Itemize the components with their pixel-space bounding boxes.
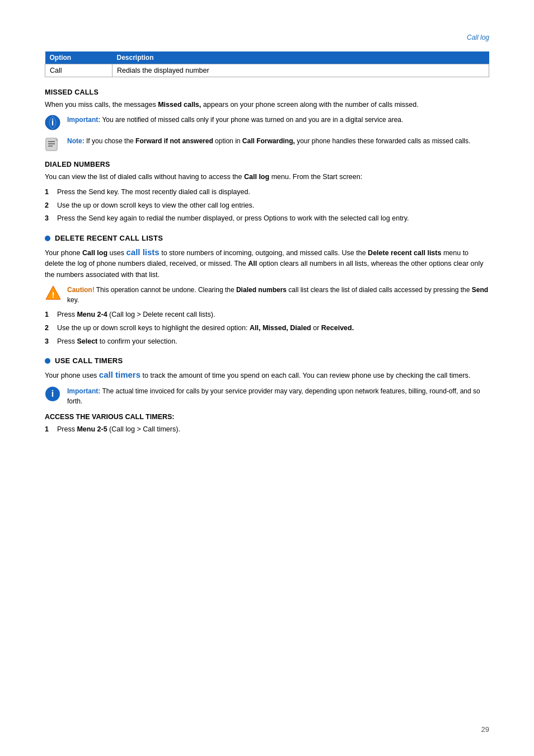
svg-rect-4 — [46, 138, 57, 151]
missed-calls-note-text: Note: If you chose the Forward if not an… — [67, 136, 470, 146]
step-text: Press Menu 2-5 (Call log > Call timers). — [57, 424, 180, 435]
step-number: 2 — [45, 200, 53, 211]
table-cell-option: Call — [45, 64, 113, 77]
list-item: 2Use the up or down scroll keys to highl… — [45, 323, 489, 334]
page-header: Call log — [45, 34, 489, 41]
bullet-dot-delete — [45, 236, 50, 241]
list-item: 3Press Select to confirm your selection. — [45, 336, 489, 347]
use-call-timers-body: Your phone uses call timers to track the… — [45, 368, 489, 381]
access-heading: ACCESS THE VARIOUS CALL TIMERS: — [45, 413, 489, 421]
step-text: Use the up or down scroll keys to view t… — [57, 200, 254, 211]
table-cell-description: Redials the displayed number — [113, 64, 489, 77]
list-item: 3Press the Send key again to redial the … — [45, 213, 489, 224]
list-item: 1Press Menu 2-4 (Call log > Delete recen… — [45, 309, 489, 320]
delete-recent-caution-text: Caution! This operation cannot be undone… — [67, 285, 489, 305]
svg-text:i: i — [51, 389, 54, 398]
missed-calls-heading: MISSED CALLS — [45, 88, 489, 96]
use-call-timers-heading: USE CALL TIMERS — [45, 356, 489, 365]
delete-recent-body: Your phone Call log uses call lists to s… — [45, 246, 489, 280]
step-text: Press the Send key. The most recently di… — [57, 187, 250, 198]
svg-text:!: ! — [52, 290, 55, 299]
step-text: Press the Send key again to redial the n… — [57, 213, 409, 224]
dialed-numbers-heading: DIALED NUMBERS — [45, 161, 489, 168]
step-number: 1 — [45, 424, 53, 435]
svg-text:i: i — [51, 118, 54, 127]
missed-calls-important-box: i Important: You are notified of missed … — [45, 115, 489, 132]
missed-calls-body: When you miss calls, the messages Missed… — [45, 100, 489, 110]
note-icon — [45, 136, 62, 153]
delete-recent-list: 1Press Menu 2-4 (Call log > Delete recen… — [45, 309, 489, 346]
step-text: Press Select to confirm your selection. — [57, 336, 177, 347]
list-item: 2Use the up or down scroll keys to view … — [45, 200, 489, 211]
step-text: Press Menu 2-4 (Call log > Delete recent… — [57, 309, 215, 320]
step-number: 2 — [45, 323, 53, 334]
table-col1-header: Option — [45, 51, 113, 64]
bullet-dot-timers — [45, 358, 50, 364]
page-number: 29 — [481, 725, 489, 734]
list-item: 1Press the Send key. The most recently d… — [45, 187, 489, 198]
step-number: 3 — [45, 213, 53, 224]
list-item: 1Press Menu 2-5 (Call log > Call timers)… — [45, 424, 489, 435]
step-number: 3 — [45, 336, 53, 347]
caution-icon: ! — [45, 285, 62, 302]
call-timers-important-text: Important: The actual time invoiced for … — [67, 386, 489, 406]
missed-calls-important-text: Important: You are notified of missed ca… — [67, 115, 403, 125]
info-table: Option Description CallRedials the displ… — [45, 51, 489, 77]
call-timers-list: 1Press Menu 2-5 (Call log > Call timers)… — [45, 424, 489, 435]
important-icon-2: i — [45, 386, 62, 403]
dialed-numbers-body: You can view the list of dialed calls wi… — [45, 172, 489, 182]
delete-recent-caution-box: ! Caution! This operation cannot be undo… — [45, 285, 489, 305]
important-icon: i — [45, 115, 62, 132]
dialed-numbers-list: 1Press the Send key. The most recently d… — [45, 187, 489, 224]
step-text: Use the up or down scroll keys to highli… — [57, 323, 354, 334]
delete-recent-heading: DELETE RECENT CALL LISTS — [45, 234, 489, 242]
page: Call log Option Description CallRedials … — [0, 0, 534, 756]
step-number: 1 — [45, 309, 53, 320]
step-number: 1 — [45, 187, 53, 198]
table-col2-header: Description — [113, 51, 489, 64]
call-timers-important-box: i Important: The actual time invoiced fo… — [45, 386, 489, 406]
missed-calls-note-box: Note: If you chose the Forward if not an… — [45, 136, 489, 153]
page-title: Call log — [467, 34, 489, 41]
